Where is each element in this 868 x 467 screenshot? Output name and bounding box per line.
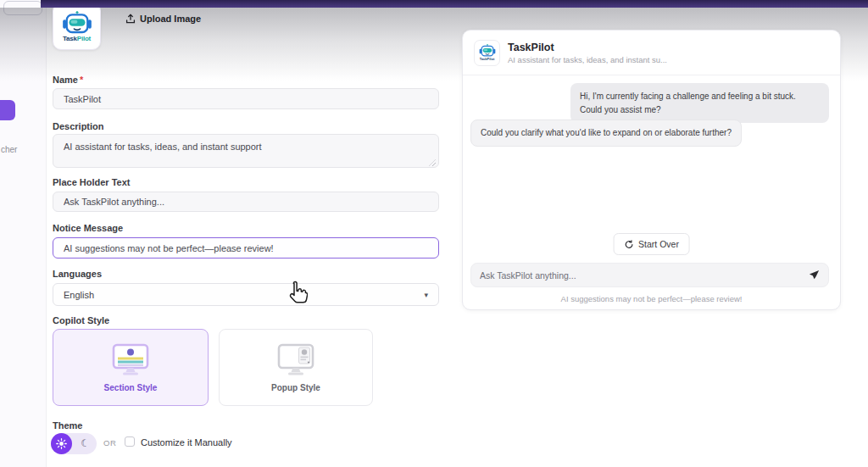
chevron-down-icon: ▾ [424, 291, 428, 299]
section-style-monitor-icon [111, 343, 150, 377]
preview-footer-notice: AI suggestions may not be perfect—please… [463, 294, 840, 303]
light-theme-option[interactable] [51, 433, 72, 454]
theme-label: Theme [53, 420, 82, 431]
preview-subtitle: AI assistant for tasks, ideas, and insta… [508, 55, 667, 64]
logo-wordmark: TaskPilot [63, 35, 91, 42]
placeholder-text-label: Place Holder Text [53, 177, 131, 187]
notice-message-input[interactable] [53, 237, 439, 259]
copilot-style-label: Copilot Style [53, 315, 109, 325]
send-icon[interactable] [809, 270, 820, 281]
name-input[interactable] [53, 88, 439, 109]
notice-message-label: Notice Message [53, 223, 123, 233]
moon-icon[interactable]: ☾ [81, 437, 90, 449]
taskpilot-robot-icon [479, 44, 496, 57]
start-over-label: Start Over [638, 239, 679, 249]
languages-select[interactable]: English ▾ [53, 283, 439, 306]
sidebar: cher [0, 0, 47, 467]
sidebar-partial-button[interactable] [3, 1, 42, 15]
required-asterisk: * [80, 75, 83, 85]
bot-message-bubble: Could you clarify what you'd like to exp… [470, 120, 742, 147]
section-style-label: Section Style [104, 383, 158, 392]
preview-header-text: TaskPilot AI assistant for tasks, ideas,… [508, 42, 667, 64]
copilot-settings-page: cher TaskPilot Upload Image Name* Descri… [0, 0, 868, 467]
preview-title: TaskPilot [508, 42, 667, 53]
or-separator: OR [103, 438, 116, 448]
copilot-logo-card: TaskPilot [53, 3, 101, 50]
refresh-icon [624, 240, 633, 249]
name-label: Name* [53, 75, 83, 85]
preview-header: TaskPilot TaskPilot AI assistant for tas… [463, 31, 840, 75]
preview-message-input[interactable] [480, 270, 809, 281]
theme-toggle[interactable]: ☾ [51, 433, 97, 454]
popup-style-label: Popup Style [271, 383, 320, 392]
preview-avatar: TaskPilot [474, 40, 500, 66]
sidebar-item-label[interactable]: cher [1, 145, 17, 154]
style-option-section[interactable]: Section Style [53, 329, 209, 406]
customize-manually-label[interactable]: Customize it Manually [141, 437, 232, 448]
avatar-wordmark: TaskPilot [480, 57, 495, 61]
user-message-bubble: Hi, I'm currently facing a challenge and… [570, 83, 829, 123]
sun-icon [56, 438, 67, 449]
upload-image-button[interactable]: Upload Image [125, 14, 201, 24]
copilot-preview-panel: TaskPilot TaskPilot AI assistant for tas… [462, 30, 841, 310]
upload-icon [125, 14, 136, 24]
customize-manually-checkbox[interactable] [125, 436, 135, 447]
placeholder-text-input[interactable] [53, 192, 439, 212]
start-over-button[interactable]: Start Over [613, 233, 690, 255]
languages-selected-value: English [64, 290, 424, 300]
upload-image-label: Upload Image [140, 14, 201, 24]
popup-style-monitor-icon [276, 343, 315, 377]
style-option-popup[interactable]: Popup Style [219, 329, 373, 406]
top-accent-bar [41, 0, 868, 8]
taskpilot-robot-icon [62, 11, 92, 34]
languages-label: Languages [53, 269, 102, 279]
preview-message-inputbar [470, 263, 829, 287]
description-label: Description [53, 121, 104, 131]
sidebar-active-item[interactable] [0, 100, 15, 120]
description-textarea[interactable]: AI assistant for tasks, ideas, and insta… [53, 134, 439, 168]
